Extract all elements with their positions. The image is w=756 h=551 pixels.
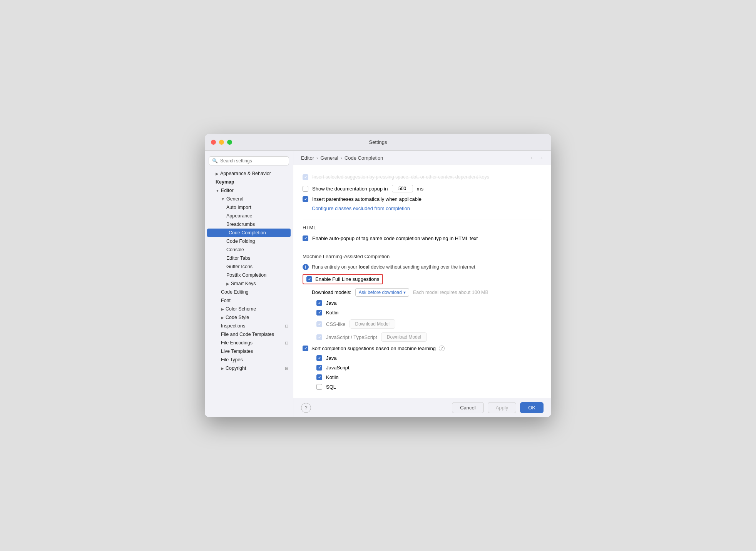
titlebar: Settings [205,134,551,151]
ml-section-label: Machine Learning-Assisted Completion [303,254,542,259]
css-download-button[interactable]: Download Model [350,319,395,329]
footer: ? Cancel Apply OK [293,398,551,417]
doc-popup-checkbox[interactable] [303,186,308,192]
configure-classes-link[interactable]: Configure classes excluded from completi… [312,205,410,211]
html-autopopup-label: Enable auto-popup of tag name code compl… [312,235,478,241]
sort-label: Sort completion suggestions based on mac… [311,346,436,351]
footer-left: ? [301,403,311,413]
css-checkbox[interactable] [316,321,322,327]
cancel-button[interactable]: Cancel [452,402,483,413]
sidebar-item-gutter-icons[interactable]: Gutter Icons [205,262,293,271]
sort-java-checkbox[interactable] [316,355,322,361]
full-line-checkbox[interactable] [306,276,312,282]
search-input[interactable] [220,158,286,164]
ml-local-emphasis: local [359,264,370,270]
sidebar-item-live-templates[interactable]: Live Templates [205,347,293,356]
window-title: Settings [369,139,387,145]
sort-js-row: JavaScript [303,363,542,372]
kotlin-row: Kotlin [303,308,542,317]
js-label: JavaScript / TypeScript [326,334,377,340]
js-checkbox[interactable] [316,334,322,340]
insert-parens-checkbox[interactable] [303,196,308,202]
sidebar-item-appearance-behavior[interactable]: ▶ Appearance & Behavior [205,169,293,178]
sidebar-item-code-style[interactable]: ▶ Code Style [205,313,293,322]
sort-help-icon[interactable]: ? [439,346,445,351]
download-models-label: Download models: [312,290,351,295]
java-checkbox[interactable] [316,300,322,306]
sidebar-item-code-completion[interactable]: Code Completion [207,229,291,237]
sidebar-item-postfix-completion[interactable]: Postfix Completion [205,271,293,279]
breadcrumb-general: General [320,155,338,161]
traffic-lights [211,140,232,145]
content-header: Editor › General › Code Completion ← → [293,151,551,165]
help-button[interactable]: ? [301,403,311,413]
sort-kotlin-checkbox[interactable] [316,374,322,380]
download-models-value: Ask before download [359,290,402,295]
sidebar-item-file-types[interactable]: File Types [205,356,293,364]
search-icon: 🔍 [212,158,218,164]
ok-button[interactable]: OK [520,402,544,413]
sidebar-item-editor[interactable]: ▼ Editor [205,186,293,195]
sidebar-item-editor-tabs[interactable]: Editor Tabs [205,254,293,262]
footer-right: Cancel Apply OK [452,402,544,413]
html-autopoup-checkbox[interactable] [303,235,308,241]
sidebar-item-file-encodings[interactable]: File Encodings ⊟ [205,339,293,347]
java-row: Java [303,298,542,308]
doc-popup-label: Show the documentation popup in [312,186,388,192]
main-layout: 🔍 ▶ Appearance & Behavior Keymap ▼ Edito… [205,151,551,417]
search-container[interactable]: 🔍 [209,156,289,165]
sidebar-item-inspections[interactable]: Inspections ⊟ [205,322,293,330]
sidebar-item-breadcrumbs[interactable]: Breadcrumbs [205,220,293,229]
sort-java-row: Java [303,353,542,363]
sort-checkbox[interactable] [303,346,308,351]
back-arrow[interactable]: ← [530,155,535,161]
sidebar-item-auto-import[interactable]: Auto Import [205,203,293,212]
sidebar-item-console[interactable]: Console [205,245,293,254]
full-line-label: Enable Full Line suggestions [315,276,379,282]
dropdown-chevron-icon: ▾ [403,290,406,295]
forward-arrow[interactable]: → [538,155,544,161]
html-section-label: HTML [303,225,542,230]
close-button[interactable] [211,140,216,145]
sort-sql-checkbox[interactable] [316,384,322,390]
sidebar-item-appearance[interactable]: Appearance [205,212,293,220]
sort-sql-row: SQL [303,382,542,392]
css-row: CSS-like Download Model [303,317,542,331]
java-label: Java [326,300,336,306]
sidebar-item-color-scheme[interactable]: ▶ Color Scheme [205,305,293,313]
sidebar-item-file-code-templates[interactable]: File and Code Templates [205,330,293,339]
doc-popup-input[interactable] [392,185,413,192]
download-models-dropdown[interactable]: Ask before download ▾ [355,288,409,297]
sort-java-label: Java [326,355,336,361]
insert-parens-label: Insert parentheses automatically when ap… [312,196,421,202]
doc-popup-row: Show the documentation popup in ms [303,183,542,194]
scrolled-suggestion-row: Insert selected suggestion by pressing s… [303,171,542,183]
sidebar-item-font[interactable]: Font [205,296,293,305]
sidebar-item-copyright[interactable]: ▶ Copyright ⊟ [205,364,293,372]
sidebar-item-code-folding[interactable]: Code Folding [205,237,293,245]
breadcrumb-current: Code Completion [345,155,383,161]
nav-arrows: ← → [530,155,544,161]
js-download-button[interactable]: Download Model [381,332,427,342]
breadcrumb: Editor › General › Code Completion [301,155,383,161]
insert-parens-row: Insert parentheses automatically when ap… [303,194,542,204]
kotlin-checkbox[interactable] [316,310,322,316]
insert-suggestion-label: Insert selected suggestion by pressing s… [312,173,489,181]
insert-suggestion-checkbox[interactable] [303,174,308,180]
sort-js-checkbox[interactable] [316,365,322,371]
sort-row: Sort completion suggestions based on mac… [303,344,542,353]
sidebar-item-smart-keys[interactable]: ▶ Smart Keys [205,279,293,288]
maximize-button[interactable] [227,140,232,145]
settings-window: Settings 🔍 ▶ Appearance & Behavior Keyma… [205,134,551,417]
sidebar-item-code-editing[interactable]: Code Editing [205,288,293,296]
apply-button[interactable]: Apply [488,402,517,413]
ml-info-text: Runs entirely on your local device witho… [312,264,475,270]
minimize-button[interactable] [219,140,224,145]
content-body: Insert selected suggestion by pressing s… [293,165,551,398]
kotlin-label: Kotlin [326,310,339,316]
sidebar-item-general[interactable]: ▼ General [205,195,293,203]
sort-sql-label: SQL [326,384,336,390]
html-check-row: Enable auto-popup of tag name code compl… [303,234,542,243]
sidebar-item-keymap[interactable]: Keymap [205,178,293,186]
download-size-note: Each model requires about 100 MB [413,290,488,295]
